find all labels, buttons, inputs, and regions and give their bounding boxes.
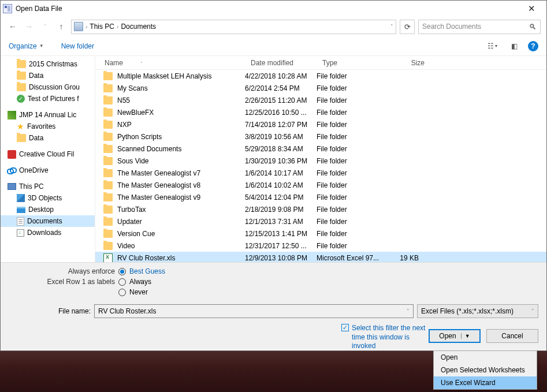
new-folder-button[interactable]: New folder — [61, 42, 94, 50]
chevron-down-icon[interactable]: ˅ — [407, 308, 410, 314]
folder-icon — [17, 72, 26, 80]
column-headers[interactable]: Name˄ Date modified Type Size — [95, 56, 546, 70]
file-row[interactable]: Updater12/1/2013 7:31 AMFile folder — [95, 215, 546, 227]
path-segment[interactable]: This PC — [90, 23, 114, 31]
open-button[interactable]: Open ▼ — [429, 329, 481, 343]
path-dropdown[interactable]: ˅ — [390, 24, 393, 29]
tree-item[interactable]: Creative Cloud Fil — [1, 148, 95, 160]
dropdown-item[interactable]: Use Excel Wizard — [434, 376, 537, 389]
folder-tree[interactable]: 2015 ChristmasDataDiscussion Grou✓Test o… — [1, 56, 95, 262]
cell-date: 5/4/2014 12:04 PM — [245, 193, 317, 201]
open-dropdown-menu[interactable]: OpenOpen Selected WorksheetsUse Excel Wi… — [433, 350, 537, 390]
radio-best-guess-label: Best Guess — [129, 267, 165, 275]
file-row[interactable]: The Master Genealogist v71/6/2014 10:17 … — [95, 167, 546, 179]
file-row[interactable]: TurboTax2/18/2019 9:08 PMFile folder — [95, 203, 546, 215]
folder-icon — [103, 181, 113, 189]
file-row[interactable]: Video12/31/2017 12:50 ...File folder — [95, 240, 546, 252]
pc-icon — [8, 183, 16, 190]
file-row[interactable]: Version Cue12/15/2013 1:41 PMFile folder — [95, 227, 546, 240]
cell-name: NewBlueFX — [117, 109, 245, 117]
cell-type: File folder — [317, 193, 384, 201]
open-dropdown-arrow[interactable]: ▼ — [461, 333, 470, 339]
folder-icon — [103, 230, 113, 238]
col-name[interactable]: Name˄ — [95, 59, 245, 67]
tree-item[interactable]: Discussion Grou — [1, 81, 95, 93]
file-row[interactable]: NewBlueFX12/25/2016 10:50 ...File folder — [95, 106, 546, 118]
app-icon — [3, 4, 12, 13]
col-date[interactable]: Date modified — [245, 59, 317, 67]
tree-item[interactable]: ✓Test of Pictures f — [1, 93, 95, 104]
preview-pane-button[interactable]: ◧ — [506, 40, 522, 52]
tree-item[interactable]: OneDrive — [1, 165, 95, 176]
tree-item-label: Desktop — [28, 206, 54, 214]
navbar: ← → ˅ ↑ › This PC › Documents ˅ ⟳ Search… — [1, 17, 546, 36]
folder-icon — [103, 157, 113, 165]
help-button[interactable]: ? — [528, 41, 538, 51]
col-type[interactable]: Type — [317, 59, 384, 67]
file-row[interactable]: Multiple Maskset LEH Analysis4/22/2018 1… — [95, 70, 546, 82]
radio-best-guess[interactable] — [118, 268, 126, 275]
search-placeholder: Search Documents — [422, 23, 481, 31]
tree-item-label: Test of Pictures f — [28, 95, 79, 103]
file-row[interactable]: The Master Genealogist v81/6/2014 10:02 … — [95, 179, 546, 191]
search-input[interactable]: Search Documents 🔍︎ — [418, 20, 541, 34]
folder-icon — [103, 121, 113, 129]
file-row[interactable]: RV Club Roster.xls12/9/2013 10:08 PMMicr… — [95, 252, 546, 262]
filetype-select[interactable]: Excel Files (*.xls;*.xlsx;*.xlsm) ˅ — [417, 304, 538, 318]
tree-item[interactable]: Downloads — [1, 227, 95, 238]
tree-item[interactable]: Desktop — [1, 204, 95, 215]
tree-item-label: Documents — [27, 217, 62, 225]
tree-item[interactable]: 3D Objects — [1, 192, 95, 204]
close-button[interactable]: ✕ — [519, 1, 544, 17]
address-bar[interactable]: › This PC › Documents ˅ — [71, 20, 396, 34]
up-button[interactable]: ↑ — [55, 20, 68, 33]
cell-date: 12/9/2013 10:08 PM — [245, 254, 317, 262]
titlebar: Open Data File ✕ — [1, 1, 546, 17]
cell-date: 12/15/2013 1:41 PM — [245, 230, 317, 238]
cell-date: 5/29/2018 8:34 AM — [245, 145, 317, 153]
cell-date: 12/31/2017 12:50 ... — [245, 242, 317, 250]
file-row[interactable]: My Scans6/2/2014 2:54 PMFile folder — [95, 82, 546, 94]
tree-item[interactable]: ★Favorites — [1, 121, 95, 132]
tree-item[interactable]: Data — [1, 132, 95, 144]
cell-type: File folder — [317, 242, 384, 250]
tree-item[interactable]: This PC — [1, 181, 95, 192]
cell-type: File folder — [317, 133, 384, 141]
cell-name: NXP — [117, 121, 245, 129]
chevron-icon: › — [117, 24, 118, 30]
file-row[interactable]: Scanned Documents5/29/2018 8:34 AMFile f… — [95, 143, 546, 155]
radio-always[interactable] — [118, 278, 126, 286]
dropdown-item[interactable]: Open — [434, 351, 537, 364]
tree-item[interactable]: 2015 Christmas — [1, 58, 95, 70]
dropdown-item[interactable]: Open Selected Worksheets — [434, 364, 537, 376]
greencheck-icon: ✓ — [17, 95, 25, 103]
file-row[interactable]: N552/26/2015 11:20 AMFile folder — [95, 94, 546, 106]
view-options[interactable]: ☷ ▾ — [484, 40, 500, 52]
tree-item[interactable]: Documents — [1, 215, 95, 227]
file-rows[interactable]: Multiple Maskset LEH Analysis4/22/2018 1… — [95, 70, 546, 262]
filter-checkbox[interactable]: ✓ — [341, 324, 349, 331]
radio-never[interactable] — [118, 289, 126, 296]
refresh-button[interactable]: ⟳ — [400, 20, 415, 34]
recent-dropdown[interactable]: ˅ — [39, 20, 51, 33]
forward-button[interactable]: → — [23, 20, 35, 33]
cancel-button[interactable]: Cancel — [486, 329, 538, 343]
cell-type: File folder — [317, 230, 384, 238]
path-segment[interactable]: Documents — [121, 23, 156, 31]
file-row[interactable]: Sous Vide1/30/2019 10:36 PMFile folder — [95, 155, 546, 167]
row1-label: Excel Row 1 as labels — [9, 278, 115, 286]
tree-item[interactable]: Data — [1, 70, 95, 81]
back-button[interactable]: ← — [6, 20, 19, 33]
folder-icon — [103, 145, 113, 153]
tree-item[interactable]: JMP 14 Annual Lic — [1, 109, 95, 121]
file-row[interactable]: NXP7/14/2018 12:07 PMFile folder — [95, 118, 546, 130]
tree-item-label: Favorites — [27, 122, 55, 130]
col-size[interactable]: Size — [384, 59, 430, 67]
tree-item-label: Discussion Grou — [29, 83, 80, 91]
jmp-icon — [8, 111, 16, 120]
file-row[interactable]: Python Scripts3/8/2019 10:56 AMFile fold… — [95, 130, 546, 143]
organize-button[interactable]: Organize▼ — [9, 42, 44, 50]
filename-input[interactable]: RV Club Roster.xls ˅ — [94, 304, 414, 318]
file-row[interactable]: The Master Genealogist v95/4/2014 12:04 … — [95, 191, 546, 203]
cell-type: File folder — [317, 169, 384, 177]
